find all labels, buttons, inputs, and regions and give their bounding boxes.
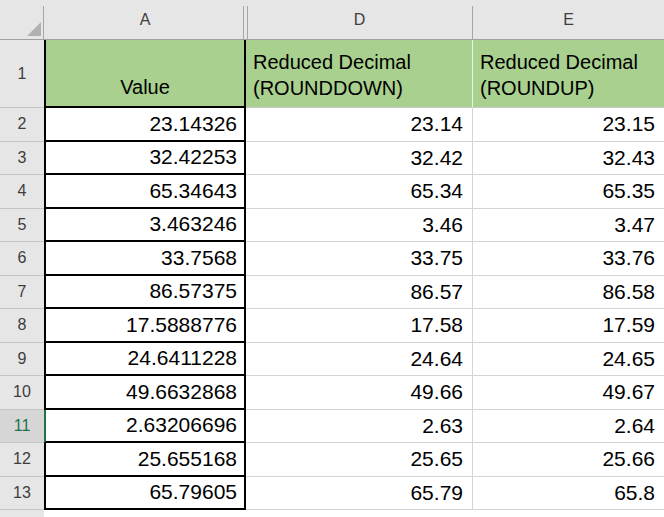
cell-A12[interactable]: 25.655168 — [44, 443, 246, 477]
cell-D9[interactable]: 24.64 — [246, 343, 473, 377]
cell-E14-partial[interactable] — [473, 510, 664, 517]
row-header-5[interactable]: 5 — [0, 209, 44, 243]
column-letter: D — [354, 11, 366, 29]
cell-E7[interactable]: 86.58 — [473, 276, 664, 310]
row-header-8[interactable]: 8 — [0, 309, 44, 343]
cell-A2[interactable]: 23.14326 — [44, 108, 246, 142]
cell-E1-line2: (ROUNDUP) — [480, 75, 594, 101]
column-header-a[interactable]: A — [44, 0, 246, 40]
row-header-4[interactable]: 4 — [0, 175, 44, 209]
cell-D1[interactable]: Reduced Decimal (ROUNDDOWN) — [246, 40, 473, 108]
cell-E6[interactable]: 33.76 — [473, 242, 664, 276]
cell-D1-line1: Reduced Decimal — [253, 49, 411, 75]
cell-A1[interactable]: Value — [44, 40, 246, 108]
row-header-13[interactable]: 13 — [0, 477, 44, 511]
cell-D1-line2: (ROUNDDOWN) — [253, 75, 403, 101]
row-header-11[interactable]: 11 — [0, 410, 44, 444]
hidden-columns-indicator-line — [247, 6, 248, 39]
cell-A13[interactable]: 65.79605 — [44, 477, 246, 511]
cell-E2[interactable]: 23.15 — [473, 108, 664, 142]
cell-A7[interactable]: 86.57375 — [44, 276, 246, 310]
column-header-d[interactable]: D — [246, 0, 473, 40]
cell-D5[interactable]: 3.46 — [246, 209, 473, 243]
cell-A10[interactable]: 49.6632868 — [44, 376, 246, 410]
cell-D13[interactable]: 65.79 — [246, 477, 473, 511]
cell-E13[interactable]: 65.8 — [473, 477, 664, 511]
column-letter: A — [140, 11, 151, 29]
column-letter: E — [563, 11, 574, 29]
cell-E1-line1: Reduced Decimal — [480, 49, 638, 75]
cell-E8[interactable]: 17.59 — [473, 309, 664, 343]
row-header-3[interactable]: 3 — [0, 142, 44, 176]
cell-A8[interactable]: 17.5888776 — [44, 309, 246, 343]
cell-A4[interactable]: 65.34643 — [44, 175, 246, 209]
column-header-e[interactable]: E — [473, 0, 664, 40]
row-header-6[interactable]: 6 — [0, 242, 44, 276]
cell-A14-partial[interactable] — [44, 510, 246, 517]
row-header-10[interactable]: 10 — [0, 376, 44, 410]
cell-E9[interactable]: 24.65 — [473, 343, 664, 377]
cell-A3[interactable]: 32.42253 — [44, 142, 246, 176]
cell-A5[interactable]: 3.463246 — [44, 209, 246, 243]
cell-D4[interactable]: 65.34 — [246, 175, 473, 209]
row-header-7[interactable]: 7 — [0, 276, 44, 310]
row-header-2[interactable]: 2 — [0, 108, 44, 142]
cell-D6[interactable]: 33.75 — [246, 242, 473, 276]
select-all-corner[interactable] — [0, 0, 44, 40]
cell-A11[interactable]: 2.63206696 — [44, 410, 246, 444]
select-all-triangle-icon — [27, 22, 41, 36]
cell-D11[interactable]: 2.63 — [246, 410, 473, 444]
cell-E4[interactable]: 65.35 — [473, 175, 664, 209]
cell-D12[interactable]: 25.65 — [246, 443, 473, 477]
cell-D7[interactable]: 86.57 — [246, 276, 473, 310]
cell-E3[interactable]: 32.43 — [473, 142, 664, 176]
cell-D3[interactable]: 32.42 — [246, 142, 473, 176]
hidden-columns-indicator-line — [243, 6, 244, 39]
row-header-14-partial[interactable] — [0, 510, 44, 517]
cell-E10[interactable]: 49.67 — [473, 376, 664, 410]
cell-E11[interactable]: 2.64 — [473, 410, 664, 444]
row-header-1[interactable]: 1 — [0, 40, 44, 108]
row-header-9[interactable]: 9 — [0, 343, 44, 377]
cell-D2[interactable]: 23.14 — [246, 108, 473, 142]
cell-A6[interactable]: 33.7568 — [44, 242, 246, 276]
cell-D14-partial[interactable] — [246, 510, 473, 517]
cell-E12[interactable]: 25.66 — [473, 443, 664, 477]
cell-A9[interactable]: 24.6411228 — [44, 343, 246, 377]
cell-E1[interactable]: Reduced Decimal (ROUNDUP) — [473, 40, 664, 108]
row-header-12[interactable]: 12 — [0, 443, 44, 477]
cell-E5[interactable]: 3.47 — [473, 209, 664, 243]
spreadsheet-grid: A D E 1 Value Reduced Decimal (ROUNDDOWN… — [0, 0, 664, 517]
cell-D10[interactable]: 49.66 — [246, 376, 473, 410]
cell-D8[interactable]: 17.58 — [246, 309, 473, 343]
